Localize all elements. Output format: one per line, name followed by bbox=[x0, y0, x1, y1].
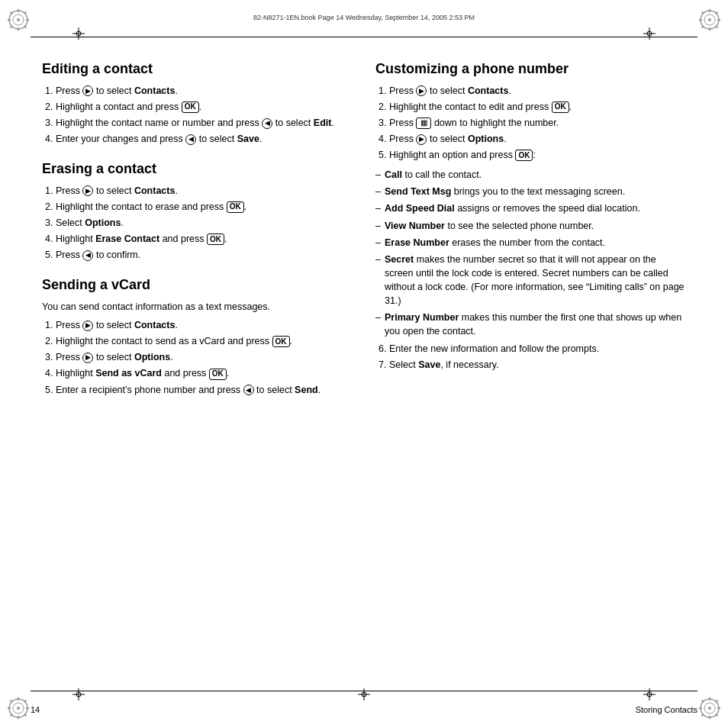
vcard-step-1: Press ▶ to select Contacts. bbox=[56, 318, 353, 332]
nav-button-5: ▶ bbox=[416, 85, 427, 96]
ok-button-7: OK bbox=[515, 150, 533, 161]
svg-line-29 bbox=[11, 701, 13, 703]
gear-icon-bottom-right bbox=[697, 696, 722, 720]
section-title-customizing: Customizing a phone number bbox=[375, 61, 686, 78]
footer: 14 Storing Contacts bbox=[31, 705, 697, 714]
section-title-editing: Editing a contact bbox=[42, 61, 353, 78]
svg-line-43 bbox=[702, 714, 704, 717]
soft-button-2: ◀ bbox=[185, 134, 196, 145]
square-button-1: ▦ bbox=[416, 118, 431, 129]
options-sub-list: Call to call the contact. Send Text Msg … bbox=[375, 168, 686, 338]
page-container: 82-N8271-1EN.book Page 14 Wednesday, Sep… bbox=[0, 0, 728, 728]
soft-button-1: ◀ bbox=[262, 118, 272, 129]
gear-icon-top-left bbox=[6, 8, 31, 32]
custom-step-2: Highlight the contact to edit and press … bbox=[389, 100, 686, 114]
svg-line-31 bbox=[24, 701, 27, 703]
section-erasing-contact: Erasing a contact Press ▶ to select Cont… bbox=[42, 161, 353, 262]
vcard-intro: You can send contact information as a te… bbox=[42, 300, 353, 314]
crosshair-top-left bbox=[72, 27, 85, 40]
footer-section-title: Storing Contacts bbox=[636, 705, 697, 714]
vcard-steps-list: Press ▶ to select Contacts. Highlight th… bbox=[42, 318, 353, 397]
section-sending-vcard: Sending a vCard You can send contact inf… bbox=[42, 277, 353, 396]
custom-step-5: Highlight an option and press OK: bbox=[389, 148, 686, 162]
svg-point-24 bbox=[17, 707, 20, 710]
svg-point-13 bbox=[708, 18, 711, 21]
svg-line-19 bbox=[716, 26, 718, 28]
nav-button-2: ▶ bbox=[82, 185, 93, 196]
content-area: Editing a contact Press ▶ to select Cont… bbox=[42, 53, 686, 675]
ok-button-3: OK bbox=[207, 234, 224, 245]
svg-point-35 bbox=[708, 707, 711, 710]
ok-button-6: OK bbox=[552, 101, 569, 113]
option-primary-number: Primary Number makes this number the fir… bbox=[375, 311, 686, 338]
gear-icon-top-right bbox=[697, 8, 722, 32]
vcard-step-3: Press ▶ to select Options. bbox=[56, 350, 353, 364]
right-column: Customizing a phone number Press ▶ to se… bbox=[375, 53, 686, 675]
erasing-step-4: Highlight Erase Contact and press OK. bbox=[56, 232, 353, 246]
customizing-final-steps: Enter the new information and follow the… bbox=[375, 342, 686, 372]
crosshair-bottom-right bbox=[643, 688, 656, 701]
section-title-erasing: Erasing a contact bbox=[42, 161, 353, 178]
erasing-steps-list: Press ▶ to select Contacts. Highlight th… bbox=[42, 184, 353, 263]
custom-step-1: Press ▶ to select Contacts. bbox=[389, 84, 686, 98]
svg-line-32 bbox=[11, 714, 13, 717]
option-erase-number: Erase Number erases the number from the … bbox=[375, 236, 686, 250]
svg-line-8 bbox=[24, 26, 27, 28]
nav-button-1: ▶ bbox=[82, 85, 93, 96]
nav-button-4: ▶ bbox=[82, 353, 93, 363]
custom-step-6: Enter the new information and follow the… bbox=[389, 342, 686, 356]
nav-button-3: ▶ bbox=[82, 321, 93, 331]
crosshair-bottom-left bbox=[72, 688, 85, 701]
custom-step-3: Press ▦ down to highlight the number. bbox=[389, 116, 686, 130]
soft-button-4: ◀ bbox=[243, 385, 254, 395]
erasing-step-1: Press ▶ to select Contacts. bbox=[56, 184, 353, 198]
editing-step-1: Press ▶ to select Contacts. bbox=[56, 84, 353, 98]
svg-line-41 bbox=[716, 714, 718, 717]
custom-step-4: Press ▶ to select Options. bbox=[389, 132, 686, 146]
customizing-steps-list: Press ▶ to select Contacts. Highlight th… bbox=[375, 84, 686, 163]
top-border bbox=[31, 37, 697, 37]
erasing-step-2: Highlight the contact to erase and press… bbox=[56, 200, 353, 214]
header-bar: 82-N8271-1EN.book Page 14 Wednesday, Sep… bbox=[31, 14, 697, 21]
option-add-speed-dial: Add Speed Dial assigns or removes the sp… bbox=[375, 201, 686, 215]
svg-line-10 bbox=[11, 26, 13, 28]
vcard-step-2: Highlight the contact to send as a vCard… bbox=[56, 334, 353, 348]
editing-step-3: Highlight the contact name or number and… bbox=[56, 116, 353, 130]
vcard-step-5: Enter a recipient's phone number and pre… bbox=[56, 383, 353, 397]
section-editing-contact: Editing a contact Press ▶ to select Cont… bbox=[42, 61, 353, 146]
editing-steps-list: Press ▶ to select Contacts. Highlight a … bbox=[42, 84, 353, 147]
ok-button-4: OK bbox=[272, 336, 290, 347]
editing-step-4: Enter your changes and press ◀ to select… bbox=[56, 132, 353, 146]
option-view-number: View Number to see the selected phone nu… bbox=[375, 219, 686, 233]
editing-step-2: Highlight a contact and press OK. bbox=[56, 100, 353, 114]
ok-button-5: OK bbox=[209, 369, 227, 380]
option-send-text: Send Text Msg brings you to the text mes… bbox=[375, 185, 686, 198]
svg-line-7 bbox=[11, 12, 13, 14]
vcard-step-4: Highlight Send as vCard and press OK. bbox=[56, 366, 353, 380]
page-number: 14 bbox=[31, 705, 40, 714]
svg-line-9 bbox=[24, 12, 27, 14]
svg-line-30 bbox=[24, 714, 27, 717]
header-text: 82-N8271-1EN.book Page 14 Wednesday, Sep… bbox=[253, 14, 475, 21]
custom-step-7: Select Save, if necessary. bbox=[389, 358, 686, 372]
ok-button-2: OK bbox=[227, 201, 244, 213]
nav-button-6: ▶ bbox=[416, 134, 427, 145]
crosshair-bottom-center bbox=[358, 688, 370, 701]
option-secret: Secret makes the number secret so that i… bbox=[375, 253, 686, 308]
option-call: Call to call the contact. bbox=[375, 168, 686, 182]
section-customizing-number: Customizing a phone number Press ▶ to se… bbox=[375, 61, 686, 372]
section-title-vcard: Sending a vCard bbox=[42, 277, 353, 294]
gear-icon-bottom-left bbox=[6, 696, 31, 720]
soft-button-3: ◀ bbox=[82, 250, 93, 261]
svg-line-40 bbox=[702, 701, 704, 703]
svg-line-18 bbox=[702, 12, 704, 14]
svg-line-21 bbox=[702, 26, 704, 28]
crosshair-top-right bbox=[643, 27, 656, 40]
erasing-step-5: Press ◀ to confirm. bbox=[56, 248, 353, 262]
ok-button-1: OK bbox=[182, 101, 199, 113]
svg-point-2 bbox=[17, 18, 20, 21]
svg-line-20 bbox=[716, 12, 718, 14]
left-column: Editing a contact Press ▶ to select Cont… bbox=[42, 53, 353, 675]
svg-line-42 bbox=[716, 701, 718, 703]
erasing-step-3: Select Options. bbox=[56, 216, 353, 230]
